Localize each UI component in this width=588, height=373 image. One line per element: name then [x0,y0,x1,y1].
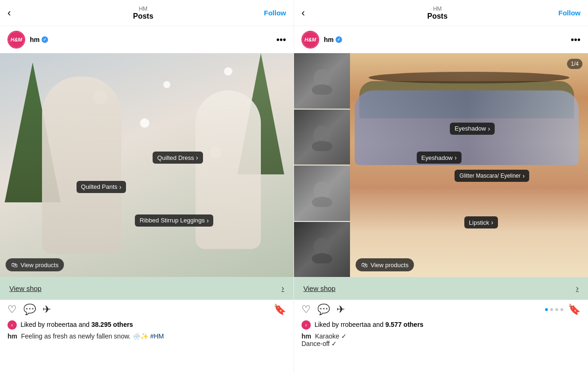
beauty-thumb-3[interactable] [294,166,350,221]
left-view-shop[interactable]: View shop › [0,277,294,300]
right-liked-by: Liked by rrobeertaa and [315,321,384,328]
right-actions-row: ♡ 💬 ✈ 🔖 [294,300,588,319]
right-post-image: 1/4 Eyeshadow Eyeshadow Glitter Mascara/… [294,53,588,277]
product-tag-eyeshadow-2[interactable]: Eyeshadow [417,152,462,164]
left-avatar[interactable]: H&M [7,31,25,48]
beauty-thumb-strip [294,53,350,277]
back-button-right[interactable]: ‹ [301,7,316,19]
right-follow-button[interactable]: Follow [559,9,581,17]
shop-bag-icon-left: 🛍 [11,261,18,269]
left-account-name: HM [22,6,264,12]
product-tag-eyeshadow-1[interactable]: Eyeshadow [450,123,495,135]
right-caption-username[interactable]: hm [301,332,311,340]
lipstick-label: Lipstick [469,219,489,226]
left-username[interactable]: hm [30,36,40,43]
right-nav-title: HM Posts [316,6,559,21]
left-avatar-logo: H&M [8,32,24,48]
right-avatar-text: H&M [304,37,316,42]
right-user-row: H&M hm ••• [294,26,588,53]
glitter-mascara-label: Glitter Mascara/ Eyeliner [459,173,520,179]
quilted-dress-label: Quilted Dress [157,154,194,161]
right-view-products-label: View products [371,262,408,269]
left-caption: hm Feeling as fresh as newly fallen snow… [0,331,294,342]
product-tag-ribbed-stirrup[interactable]: Ribbed Stirrup Leggings [135,214,213,227]
left-likes-row: r Liked by rrobeertaa and 38.295 others [0,319,294,331]
left-user-info: H&M hm [7,31,48,48]
beauty-thumb-2[interactable] [294,110,350,165]
eyebrow [369,72,569,83]
left-actions-row: ♡ 💬 ✈ 🔖 [0,300,294,319]
left-bookmark-button[interactable]: 🔖 [273,304,286,316]
left-follow-button[interactable]: Follow [264,9,287,17]
left-avatar-text: H&M [10,37,22,42]
snowball-3 [163,81,170,88]
right-share-button[interactable]: ✈ [336,304,345,316]
left-caption-username[interactable]: hm [7,332,17,340]
right-action-icons: ♡ 💬 ✈ [301,304,345,316]
right-avatar[interactable]: H&M [301,31,319,48]
right-username[interactable]: hm [324,36,334,43]
right-account-name: HM [316,6,559,12]
thumb-face-2 [308,123,336,151]
dot-3 [555,308,558,311]
left-caption-text: Feeling as fresh as newly fallen snow. 🌨… [21,332,148,340]
right-liked-avatar: r [301,320,311,330]
left-likes-count: 38.295 others [91,321,133,328]
left-view-products[interactable]: 🛍 View products [6,258,64,271]
beauty-main-image: 1/4 Eyeshadow Eyeshadow Glitter Mascara/… [350,53,588,277]
left-verified-badge [42,36,48,43]
thumb-face-1 [308,67,336,95]
right-view-shop-label: View shop [303,284,336,292]
left-like-button[interactable]: ♡ [7,304,17,316]
right-caption-line2: Dance-off ✓ [301,340,337,347]
right-image-counter: 1/4 [567,59,582,69]
product-tag-quilted-dress[interactable]: Quilted Dress [153,152,203,164]
product-tag-lipstick[interactable]: Lipstick [464,216,498,228]
left-post: ‹ HM Posts Follow H&M hm ••• [0,0,294,373]
left-nav: ‹ HM Posts Follow [0,0,294,26]
right-likes-count: 9.577 others [385,321,424,328]
right-comment-button[interactable]: 💬 [317,304,330,316]
right-username-row: hm [324,36,342,43]
figure-person-left [42,76,121,254]
thumb-face-4 [308,235,336,263]
right-posts-label: Posts [316,12,559,21]
product-tag-quilted-pants[interactable]: Quilted Pants [77,181,126,193]
right-caption: hm Karaoke ✓ Dance-off ✓ [294,331,588,349]
right-right-actions: 🔖 [545,304,581,316]
left-username-row: hm [30,36,48,43]
snowball-5 [224,67,232,76]
left-post-image: Quilted Dress Quilted Pants Ribbed Stirr… [0,53,294,277]
left-liked-avatar: r [7,320,17,330]
right-bookmark-button[interactable]: 🔖 [568,304,581,316]
left-action-icons: ♡ 💬 ✈ [7,304,51,316]
dot-1 [545,308,548,311]
ribbed-stirrup-label: Ribbed Stirrup Leggings [140,217,204,224]
svg-point-5 [312,197,332,207]
left-user-row: H&M hm ••• [0,26,294,53]
svg-point-7 [312,253,332,263]
right-more-icon[interactable]: ••• [571,35,581,45]
left-share-button[interactable]: ✈ [42,304,51,316]
right-likes-row: r Liked by rrobeertaa and 9.577 others [294,319,588,331]
left-comment-button[interactable]: 💬 [23,304,36,316]
eyeshadow-2-label: Eyeshadow [421,154,453,161]
left-more-icon[interactable]: ••• [276,35,286,45]
right-caption-line1: Karaoke ✓ [315,332,347,340]
left-caption-hashtag[interactable]: #HM [150,332,164,340]
right-view-products[interactable]: 🛍 View products [356,258,414,271]
beauty-thumb-1[interactable] [294,53,350,109]
left-view-products-label: View products [21,262,58,269]
dot-2 [550,308,553,311]
right-view-shop[interactable]: View shop › [294,277,588,300]
shop-bag-icon-right: 🛍 [361,261,368,269]
right-post: ‹ HM Posts Follow H&M hm ••• [294,0,588,373]
thumb-face-3 [308,179,336,207]
back-button-left[interactable]: ‹ [7,7,22,19]
right-like-button[interactable]: ♡ [301,304,311,316]
product-tag-glitter-mascara[interactable]: Glitter Mascara/ Eyeliner [455,170,529,182]
beauty-thumb-4[interactable] [294,222,350,277]
right-pagination-dots [545,305,563,314]
quilted-pants-label: Quilted Pants [81,183,118,190]
left-posts-label: Posts [22,12,264,21]
